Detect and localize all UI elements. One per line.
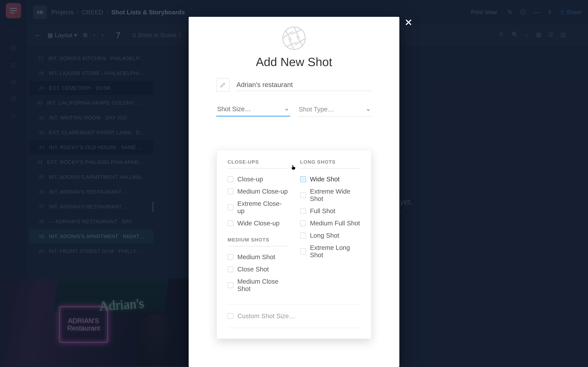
shot-size-option[interactable]: Extreme Long Shot: [300, 242, 361, 261]
option-label: Extreme Close-up: [237, 200, 288, 215]
checkbox-icon: [227, 176, 233, 182]
shot-size-option[interactable]: Wide Shot: [300, 173, 361, 185]
option-label: Medium Full Shot: [310, 220, 360, 227]
checkbox-icon: [227, 254, 233, 260]
add-shot-modal: Add New Shot Shot Size… Shot Type… CLOSE…: [189, 17, 399, 367]
option-label: Medium Close-up: [237, 188, 288, 195]
group-heading-long: LONG SHOTS: [300, 159, 361, 168]
shot-size-option[interactable]: Extreme Close-up: [227, 198, 288, 217]
shot-size-option[interactable]: Medium Shot: [227, 251, 288, 263]
option-label: Medium Shot: [237, 253, 275, 261]
checkbox-icon: [227, 282, 233, 288]
pencil-icon: [216, 78, 230, 92]
checkbox-icon: [227, 266, 233, 272]
shot-size-option[interactable]: Wide Close-up: [227, 217, 288, 229]
shot-type-dropdown[interactable]: Shot Type…: [298, 102, 372, 117]
checkbox-icon: [300, 233, 306, 238]
close-icon[interactable]: [402, 16, 415, 28]
group-heading-closeups: CLOSE-UPS: [227, 159, 288, 168]
checkbox-icon: [227, 189, 233, 194]
svg-point-5: [283, 27, 305, 49]
shot-type-label: Shot Type…: [299, 106, 334, 113]
group-heading-medium: MEDIUM SHOTS: [227, 237, 288, 246]
shot-size-option[interactable]: Medium Full Shot: [300, 217, 361, 229]
option-label: Long Shot: [310, 232, 339, 239]
checkbox-icon: [300, 220, 306, 226]
shot-size-option[interactable]: Full Shot: [300, 205, 361, 217]
checkbox-icon: [300, 176, 306, 182]
checkbox-icon: [227, 204, 233, 210]
option-label: Custom Shot Size…: [237, 312, 295, 320]
shot-size-panel: CLOSE-UPS Close-upMedium Close-upExtreme…: [217, 150, 371, 339]
shot-size-label: Shot Size…: [217, 105, 251, 113]
option-label: Extreme Wide Shot: [310, 188, 361, 202]
modal-title: Add New Shot: [256, 55, 332, 69]
chevron-down-icon: [284, 106, 289, 112]
shot-size-dropdown[interactable]: Shot Size…: [216, 102, 290, 117]
checkbox-icon: [300, 208, 306, 214]
shot-size-option[interactable]: Medium Close Shot: [227, 275, 288, 295]
chevron-down-icon: [366, 107, 371, 112]
shot-size-option[interactable]: Close-up: [227, 173, 288, 185]
option-label: Full Shot: [310, 207, 335, 215]
checkbox-icon: [300, 249, 306, 254]
checkbox-icon: [300, 192, 306, 198]
shot-size-option[interactable]: Medium Close-up: [227, 185, 288, 198]
shot-size-option[interactable]: Extreme Wide Shot: [300, 185, 361, 205]
option-label: Medium Close Shot: [237, 278, 288, 292]
option-label: Wide Shot: [310, 175, 340, 183]
option-label: Extreme Long Shot: [310, 244, 361, 259]
option-label: Close Shot: [237, 266, 269, 273]
checkbox-icon: [227, 220, 233, 226]
option-label: Wide Close-up: [237, 220, 279, 227]
shot-size-option[interactable]: Long Shot: [300, 229, 361, 242]
option-label: Close-up: [237, 175, 263, 183]
custom-shot-size-option[interactable]: Custom Shot Size…: [227, 310, 361, 322]
modal-wrap: Add New Shot Shot Size… Shot Type… CLOSE…: [0, 0, 588, 367]
aperture-icon: [282, 26, 306, 50]
shot-size-option[interactable]: Close Shot: [227, 263, 288, 275]
shot-description-input[interactable]: [236, 79, 372, 91]
checkbox-icon: [227, 313, 233, 319]
